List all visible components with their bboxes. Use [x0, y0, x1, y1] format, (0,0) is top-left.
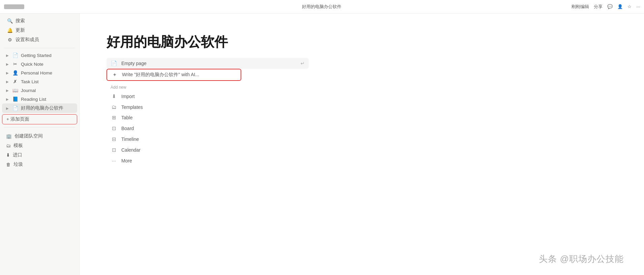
- return-icon: ↵: [301, 61, 305, 66]
- more-menu-icon: ···: [111, 158, 117, 163]
- add-page-label: + 添加页面: [6, 116, 29, 122]
- search-icon: 🔍: [7, 18, 13, 24]
- sidebar-label-journal: Journal: [21, 88, 36, 93]
- chevron-quick-note: ▶: [6, 62, 9, 66]
- title-bar: 好用的电脑办公软件 刚刚编辑 分享 💬 👤 ☆ ···: [0, 0, 644, 13]
- sidebar-item-personal-home[interactable]: ▶ 👤 Personal Home: [2, 68, 77, 77]
- sidebar-label-getting-started: Getting Started: [21, 53, 52, 58]
- more-icon[interactable]: ···: [636, 4, 640, 9]
- sidebar-label-task-list: Task List: [21, 79, 39, 84]
- menu-item-templates[interactable]: 🗂 Templates: [106, 102, 309, 112]
- menu-item-ai-write[interactable]: ✦ Write "好用的电脑办公软件" with AI...: [106, 69, 241, 81]
- chevron-getting-started: ▶: [6, 54, 9, 57]
- ai-write-label: Write "好用的电脑办公软件" with AI...: [122, 72, 199, 78]
- title-bar-center: 好用的电脑办公软件: [71, 4, 572, 10]
- title-bar-left: [4, 4, 71, 9]
- main-content: 好用的电脑办公软件 📄 Empty page ↵ ✦ Write "好用的电脑办…: [80, 13, 644, 275]
- sidebar-item-task-list[interactable]: ▶ ✗ Task List: [2, 77, 77, 86]
- menu-item-import[interactable]: ⬇ Import: [106, 91, 309, 102]
- templates-icon: 🗂: [6, 143, 11, 148]
- sidebar-item-trash[interactable]: 🗑 垃圾: [2, 160, 77, 169]
- title-bar-right: 刚刚编辑 分享 💬 👤 ☆ ···: [572, 4, 640, 10]
- user-icon[interactable]: 👤: [617, 4, 623, 9]
- more-menu-label: More: [121, 158, 132, 163]
- sidebar-item-settings[interactable]: ⚙ 设置和成员: [3, 35, 76, 44]
- page-icon-journal: 📖: [12, 88, 18, 93]
- empty-page-label: Empty page: [121, 61, 147, 66]
- search-label: 搜索: [16, 18, 25, 24]
- sidebar-label-personal-home: Personal Home: [21, 70, 52, 75]
- page-icon-task-list: ✗: [12, 79, 18, 84]
- share-button[interactable]: 分享: [594, 4, 603, 10]
- just-edited-label: 刚刚编辑: [572, 4, 589, 10]
- page-icon-personal-home: 👤: [12, 70, 18, 75]
- trash-icon: 🗑: [6, 162, 11, 167]
- page-title: 好用的电脑办公软件: [106, 34, 617, 50]
- menu-item-board[interactable]: ⊡ Board: [106, 123, 309, 134]
- chevron-journal: ▶: [6, 89, 9, 92]
- sidebar-divider: [4, 48, 75, 48]
- chevron-personal-home: ▶: [6, 71, 9, 75]
- app-logo: [4, 4, 24, 9]
- page-icon-getting-started: 📄: [12, 53, 18, 58]
- templates-label: 模板: [13, 143, 23, 149]
- chevron-current-page: ▶: [6, 106, 9, 110]
- menu-item-more[interactable]: ··· More: [106, 155, 309, 166]
- settings-label: 设置和成员: [16, 37, 39, 43]
- sidebar-label-current-page: 好用的电脑办公软件: [21, 105, 63, 111]
- import-menu-icon: ⬇: [111, 93, 117, 99]
- sidebar-label-reading-list: Reading List: [21, 97, 46, 102]
- import-icon: ⬇: [6, 152, 10, 158]
- sidebar-item-templates[interactable]: 🗂 模板: [2, 141, 77, 150]
- page-title-top: 好用的电脑办公软件: [302, 4, 341, 9]
- updates-icon: 🔔: [7, 28, 13, 33]
- team-icon: 🏢: [6, 133, 12, 139]
- sidebar-item-updates[interactable]: 🔔 更新: [3, 26, 76, 35]
- timeline-menu-icon: ⊟: [111, 136, 117, 142]
- sidebar-item-quick-note[interactable]: ▶ ✂ Quick Note: [2, 60, 77, 68]
- table-menu-label: Table: [121, 115, 132, 120]
- menu-item-calendar[interactable]: ⊡ Calendar: [106, 145, 309, 155]
- sidebar-nav-items: ▶ 📄 Getting Started ▶ ✂ Quick Note ▶ 👤 P…: [0, 50, 79, 114]
- chevron-task-list: ▶: [6, 80, 9, 84]
- chevron-reading-list: ▶: [6, 97, 9, 101]
- updates-label: 更新: [16, 27, 25, 33]
- trash-label: 垃圾: [13, 161, 23, 167]
- timeline-menu-label: Timeline: [121, 136, 139, 142]
- templates-menu-icon: 🗂: [111, 104, 117, 110]
- menu-item-timeline[interactable]: ⊟ Timeline: [106, 134, 309, 145]
- sidebar-item-current-page[interactable]: ▶ 📄 好用的电脑办公软件: [2, 103, 77, 113]
- sidebar-add-page-button[interactable]: + 添加页面: [2, 114, 77, 124]
- sidebar-item-import[interactable]: ⬇ 进口: [2, 150, 77, 160]
- board-menu-icon: ⊡: [111, 125, 117, 131]
- menu-list: 📄 Empty page ↵ ✦ Write "好用的电脑办公软件" with …: [106, 58, 309, 166]
- templates-menu-label: Templates: [121, 104, 143, 110]
- page-icon-quick-note: ✂: [12, 61, 18, 67]
- ai-icon: ✦: [111, 72, 118, 78]
- calendar-menu-icon: ⊡: [111, 147, 117, 153]
- comment-icon[interactable]: 💬: [607, 4, 613, 9]
- sidebar-item-search[interactable]: 🔍 搜索: [3, 16, 76, 26]
- main-layout: 🔍 搜索 🔔 更新 ⚙ 设置和成员 ▶ 📄 Getting Started ▶ …: [0, 13, 644, 275]
- sidebar-divider-2: [4, 127, 75, 127]
- add-new-label: Add new: [106, 82, 309, 91]
- table-menu-icon: ⊞: [111, 115, 117, 121]
- sidebar-label-quick-note: Quick Note: [21, 62, 43, 67]
- sidebar-item-reading-list[interactable]: ▶ 📘 Reading List: [2, 95, 77, 103]
- sidebar-item-create-team[interactable]: 🏢 创建团队空间: [2, 131, 77, 141]
- empty-page-icon: 📄: [111, 60, 117, 66]
- page-icon-reading-list: 📘: [12, 96, 18, 102]
- menu-item-table[interactable]: ⊞ Table: [106, 112, 309, 123]
- import-label: 进口: [13, 152, 22, 158]
- sidebar-item-getting-started[interactable]: ▶ 📄 Getting Started: [2, 51, 77, 60]
- menu-item-empty-page[interactable]: 📄 Empty page ↵: [106, 58, 309, 69]
- board-menu-label: Board: [121, 126, 134, 131]
- calendar-menu-label: Calendar: [121, 147, 141, 153]
- star-icon[interactable]: ☆: [627, 4, 632, 9]
- sidebar: 🔍 搜索 🔔 更新 ⚙ 设置和成员 ▶ 📄 Getting Started ▶ …: [0, 13, 80, 275]
- import-menu-label: Import: [121, 94, 135, 99]
- sidebar-bottom: 🏢 创建团队空间 🗂 模板 ⬇ 进口 🗑 垃圾: [0, 129, 79, 171]
- settings-icon: ⚙: [7, 37, 13, 42]
- page-icon-current-page: 📄: [12, 105, 18, 111]
- sidebar-item-journal[interactable]: ▶ 📖 Journal: [2, 86, 77, 95]
